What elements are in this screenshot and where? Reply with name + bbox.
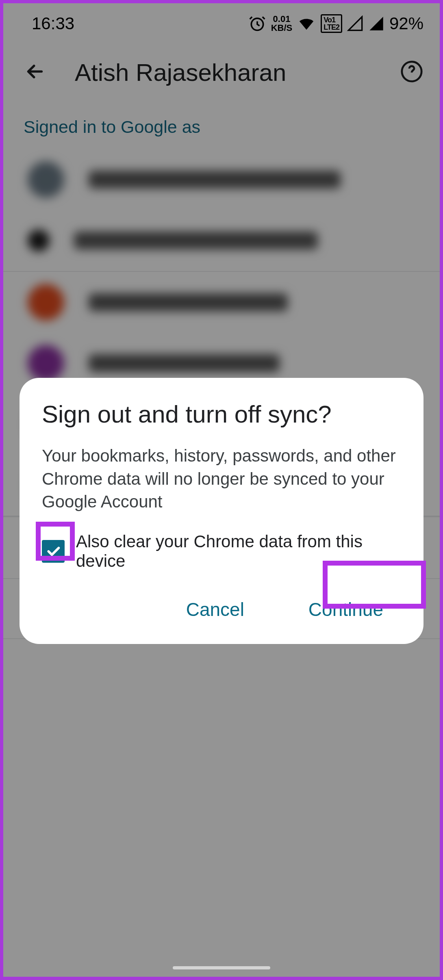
clear-data-checkbox[interactable]	[42, 540, 65, 563]
clear-data-label: Also clear your Chrome data from this de…	[76, 532, 401, 571]
continue-button[interactable]: Continue	[299, 591, 393, 628]
dialog-title: Sign out and turn off sync?	[42, 400, 401, 428]
cancel-button[interactable]: Cancel	[176, 591, 254, 628]
sign-out-dialog: Sign out and turn off sync? Your bookmar…	[20, 378, 423, 644]
check-icon	[45, 543, 61, 559]
gesture-nav-pill[interactable]	[173, 966, 270, 969]
clear-data-checkbox-row[interactable]: Also clear your Chrome data from this de…	[42, 532, 401, 571]
dialog-body: Your bookmarks, history, passwords, and …	[42, 444, 401, 514]
